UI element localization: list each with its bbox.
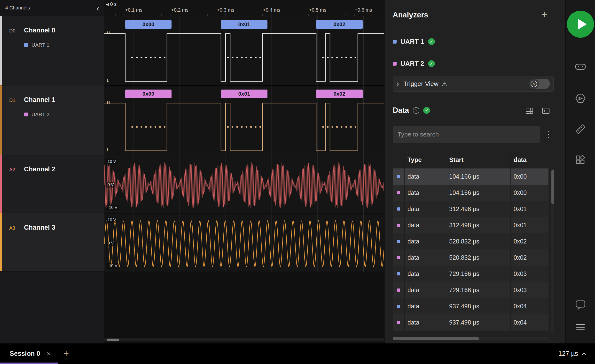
channel-3-waveform-row[interactable]: 10 V 0 V -10 V	[104, 213, 384, 272]
column-header-data[interactable]: data	[510, 152, 548, 168]
uart2-frame-annotation[interactable]: 0x01	[221, 90, 267, 98]
analyzer-item-uart2[interactable]: UART 2 ✓	[393, 58, 435, 69]
table-horizontal-scrollbar[interactable]	[393, 337, 548, 340]
cell-start: 520.832 µs	[446, 250, 510, 266]
cell-data: 0x04	[510, 314, 548, 331]
channel-1-name: Channel 1	[24, 96, 55, 104]
row-bullet-cell	[393, 250, 404, 266]
table-view-icon[interactable]	[525, 106, 534, 115]
column-header-start[interactable]: Start	[446, 152, 510, 168]
waveform-viewport[interactable]: ◀ 0 s +0.1 ms +0.2 ms +0.3 ms +0.4 ms +0…	[104, 0, 384, 343]
start-capture-play-button[interactable]	[567, 11, 594, 38]
svg-text:1F: 1F	[578, 96, 583, 100]
collapse-panel-icon[interactable]: ‹	[96, 4, 99, 12]
channel-0-analyzer-chip[interactable]: UART 1	[24, 42, 49, 48]
ruler-tick-label: +0.2 ms	[162, 7, 198, 13]
analyzers-sidebar: Analyzers + UART 1 ✓ UART 2 ✓ › Trigger …	[384, 0, 565, 343]
add-analyzer-button[interactable]: +	[541, 10, 547, 19]
channel-1-waveform-row[interactable]: 0x00 0x01 0x02 H L	[104, 85, 384, 155]
timeline-zero-marker: ◀ 0 s	[106, 1, 117, 7]
session-tab-label: Session 0	[10, 350, 40, 357]
terminal-view-icon[interactable]	[541, 106, 550, 115]
scrollbar-thumb[interactable]	[393, 337, 479, 340]
expand-chevron-icon[interactable]: ›	[396, 79, 399, 87]
ruler-major-tick	[272, 13, 272, 16]
close-session-icon[interactable]: ×	[47, 350, 51, 357]
table-row[interactable]: data 520.832 µs 0x02	[393, 250, 548, 266]
analyzer-color-bullet	[397, 288, 400, 292]
uart1-frame-annotation[interactable]: 0x00	[125, 20, 172, 29]
high-level-label: H	[107, 100, 110, 105]
help-icon[interactable]: ?	[413, 107, 419, 114]
add-session-button[interactable]: +	[63, 349, 69, 358]
cell-start: 729.166 µs	[446, 266, 510, 282]
cell-start: 312.498 µs	[446, 217, 510, 233]
toggle-knob[interactable]: ×	[529, 79, 539, 89]
table-row[interactable]: data 104.166 µs 0x00	[393, 168, 548, 185]
trigger-view-toggle[interactable]: ×	[529, 79, 550, 89]
bullet-column-header	[393, 152, 404, 168]
channel-2-waveform-row[interactable]: 10 V 0 V -10 V	[104, 155, 384, 213]
zero-marker-arrow-icon: ◀	[106, 2, 109, 7]
table-row[interactable]: data 937.498 µs 0x04	[393, 314, 548, 331]
uart1-frame-annotation[interactable]: 0x01	[221, 20, 267, 29]
uart2-frame-annotation[interactable]: 0x00	[125, 90, 172, 98]
ruler-minor-tick	[262, 14, 263, 16]
channel-0-waveform-row[interactable]: 0x00 0x01 0x02 H L	[104, 16, 384, 85]
analyzer-color-bullet	[397, 207, 400, 211]
ruler-minor-tick	[373, 14, 373, 16]
analyzer-ok-check-icon: ✓	[428, 60, 435, 67]
toggle-off-x-icon: ×	[531, 81, 537, 87]
time-ruler[interactable]: ◀ 0 s +0.1 ms +0.2 ms +0.3 ms +0.4 ms +0…	[104, 0, 384, 16]
channel-3-card[interactable]: A3 Channel 3	[0, 213, 104, 272]
ruler-tick-label: +0.4 ms	[253, 7, 290, 13]
device-settings-icon[interactable]	[575, 61, 586, 73]
data-title: Data	[393, 106, 409, 115]
extensions-icon[interactable]	[575, 154, 586, 166]
app-toolbar: 1F	[565, 0, 595, 343]
channel-0-card[interactable]: D0 Channel 0 UART 1	[0, 16, 104, 85]
table-row[interactable]: data 520.832 µs 0x02	[393, 233, 548, 250]
waveform-empty-area	[104, 272, 384, 343]
analyzer-name: UART 1	[400, 38, 424, 46]
table-row[interactable]: data 104.166 µs 0x00	[393, 185, 548, 201]
search-input[interactable]	[393, 126, 540, 143]
table-row[interactable]: data 312.498 µs 0x01	[393, 201, 548, 217]
cell-type: data	[404, 201, 446, 217]
table-options-kebab-icon[interactable]: ⋮	[545, 130, 553, 139]
analyzer-chip-label: UART 2	[31, 112, 49, 117]
ruler-minor-tick	[253, 14, 253, 16]
channel-2-card[interactable]: A2 Channel 2	[0, 155, 104, 213]
main-menu-icon[interactable]	[575, 321, 586, 333]
capture-mode-1f-icon[interactable]: 1F	[575, 92, 586, 104]
channel-1-card[interactable]: D1 Channel 1 UART 2	[0, 85, 104, 155]
table-vertical-scrollbar[interactable]	[551, 168, 554, 334]
session-tab[interactable]: Session 0 ×	[0, 343, 58, 364]
table-row[interactable]: data 937.498 µs 0x04	[393, 298, 548, 314]
uart2-frame-annotation[interactable]: 0x02	[316, 90, 363, 98]
analyzer-color-bullet	[24, 43, 28, 47]
capture-duration-value: 127 µs	[558, 350, 578, 357]
cell-type: data	[404, 185, 446, 201]
session-bar: Session 0 × + 127 µs	[0, 343, 595, 364]
analyzer-item-uart1[interactable]: UART 1 ✓	[393, 36, 435, 47]
waveform-horizontal-scrollbar[interactable]	[104, 338, 384, 341]
voltage-label-0v: 0 V	[106, 241, 115, 246]
analyzers-title: Analyzers	[393, 11, 428, 19]
table-row[interactable]: data 729.166 µs 0x03	[393, 266, 548, 282]
scrollbar-thumb[interactable]	[107, 339, 119, 341]
ruler-minor-tick	[244, 14, 244, 16]
row-bullet-cell	[393, 201, 404, 217]
capture-duration-control[interactable]: 127 µs	[558, 343, 587, 364]
cell-data: 0x00	[510, 185, 548, 201]
channel-3-name: Channel 3	[24, 224, 55, 231]
table-row[interactable]: data 729.166 µs 0x03	[393, 282, 548, 298]
feedback-chat-icon[interactable]	[575, 299, 586, 311]
uart1-frame-annotation[interactable]: 0x02	[316, 20, 363, 29]
scrollbar-thumb[interactable]	[551, 170, 554, 204]
column-header-type[interactable]: Type	[404, 152, 446, 168]
measure-ruler-icon[interactable]	[575, 123, 586, 135]
channel-1-analyzer-chip[interactable]: UART 2	[24, 112, 49, 117]
trigger-view-row[interactable]: › Trigger View ⚠ ×	[393, 76, 554, 92]
table-row[interactable]: data 312.498 µs 0x01	[393, 217, 548, 233]
